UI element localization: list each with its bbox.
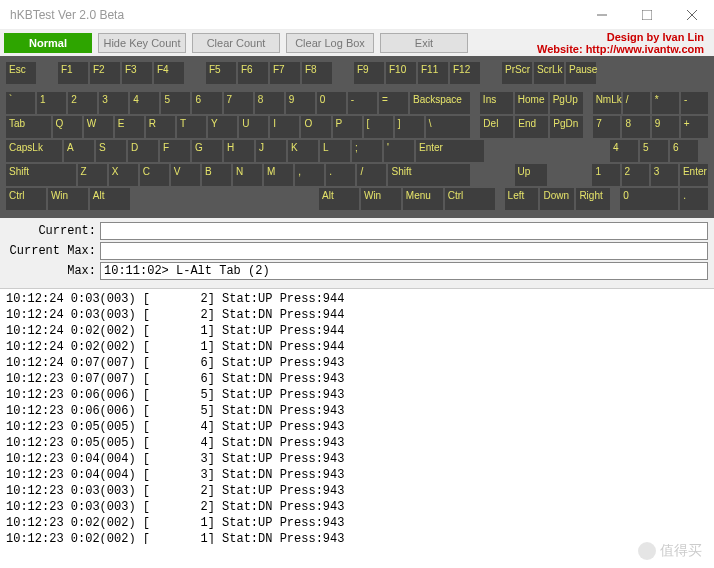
key-f11[interactable]: F11	[418, 62, 448, 84]
key-f[interactable]: F	[160, 140, 190, 162]
key-g[interactable]: G	[192, 140, 222, 162]
key-[interactable]: /	[623, 92, 650, 114]
key-9[interactable]: 9	[286, 92, 315, 114]
key-[interactable]: *	[652, 92, 679, 114]
key-6[interactable]: 6	[670, 140, 698, 162]
key-4[interactable]: 4	[130, 92, 159, 114]
key-alt[interactable]: Alt	[90, 188, 130, 210]
key-scrlk[interactable]: ScrLk	[534, 62, 564, 84]
log-box[interactable]: 10:12:24 0:03(003) [ 2] Stat:UP Press:94…	[0, 288, 714, 544]
key-e[interactable]: E	[115, 116, 144, 138]
key-end[interactable]: End	[515, 116, 548, 138]
key-0[interactable]: 0	[620, 188, 678, 210]
key-[interactable]: -	[348, 92, 377, 114]
key-esc[interactable]: Esc	[6, 62, 36, 84]
key-right[interactable]: Right	[576, 188, 610, 210]
key-f2[interactable]: F2	[90, 62, 120, 84]
key-enter[interactable]: Enter	[680, 164, 708, 186]
current-input[interactable]	[100, 222, 708, 240]
hide-key-count-button[interactable]: Hide Key Count	[98, 33, 186, 53]
key-menu[interactable]: Menu	[403, 188, 443, 210]
key-s[interactable]: S	[96, 140, 126, 162]
key-i[interactable]: I	[270, 116, 299, 138]
key-x[interactable]: X	[109, 164, 138, 186]
key-v[interactable]: V	[171, 164, 200, 186]
key-home[interactable]: Home	[515, 92, 548, 114]
key-h[interactable]: H	[224, 140, 254, 162]
key-up[interactable]: Up	[515, 164, 548, 186]
key-5[interactable]: 5	[161, 92, 190, 114]
key-[interactable]: '	[384, 140, 414, 162]
key-n[interactable]: N	[233, 164, 262, 186]
key-6[interactable]: 6	[192, 92, 221, 114]
key-[interactable]: -	[681, 92, 708, 114]
key-prscr[interactable]: PrScr	[502, 62, 532, 84]
key-enter[interactable]: Enter	[416, 140, 484, 162]
key-k[interactable]: K	[288, 140, 318, 162]
key-3[interactable]: 3	[99, 92, 128, 114]
key-y[interactable]: Y	[208, 116, 237, 138]
key-alt[interactable]: Alt	[319, 188, 359, 210]
close-button[interactable]	[669, 0, 714, 30]
key-[interactable]: /	[357, 164, 386, 186]
key-backspace[interactable]: Backspace	[410, 92, 470, 114]
key-a[interactable]: A	[64, 140, 94, 162]
key-ins[interactable]: Ins	[480, 92, 513, 114]
key-pgup[interactable]: PgUp	[550, 92, 583, 114]
key-1[interactable]: 1	[37, 92, 66, 114]
key-7[interactable]: 7	[593, 116, 620, 138]
key-f7[interactable]: F7	[270, 62, 300, 84]
key-[interactable]: =	[379, 92, 408, 114]
key-8[interactable]: 8	[622, 116, 649, 138]
key-[interactable]: .	[680, 188, 708, 210]
key-q[interactable]: Q	[53, 116, 82, 138]
key-pause[interactable]: Pause	[566, 62, 596, 84]
key-f8[interactable]: F8	[302, 62, 332, 84]
key-2[interactable]: 2	[68, 92, 97, 114]
key-1[interactable]: 1	[592, 164, 619, 186]
minimize-button[interactable]	[579, 0, 624, 30]
key-p[interactable]: P	[333, 116, 362, 138]
key-del[interactable]: Del	[480, 116, 513, 138]
key-tab[interactable]: Tab	[6, 116, 51, 138]
key-c[interactable]: C	[140, 164, 169, 186]
key-5[interactable]: 5	[640, 140, 668, 162]
key-f4[interactable]: F4	[154, 62, 184, 84]
key-z[interactable]: Z	[78, 164, 107, 186]
key-4[interactable]: 4	[610, 140, 638, 162]
maximize-button[interactable]	[624, 0, 669, 30]
key-7[interactable]: 7	[224, 92, 253, 114]
key-[interactable]: ,	[295, 164, 324, 186]
key-j[interactable]: J	[256, 140, 286, 162]
key-f10[interactable]: F10	[386, 62, 416, 84]
key-f1[interactable]: F1	[58, 62, 88, 84]
key-o[interactable]: O	[301, 116, 330, 138]
key-[interactable]: ]	[395, 116, 424, 138]
key-[interactable]: `	[6, 92, 35, 114]
clear-count-button[interactable]: Clear Count	[192, 33, 280, 53]
key-8[interactable]: 8	[255, 92, 284, 114]
key-r[interactable]: R	[146, 116, 175, 138]
key-m[interactable]: M	[264, 164, 293, 186]
key-f9[interactable]: F9	[354, 62, 384, 84]
key-ctrl[interactable]: Ctrl	[6, 188, 46, 210]
key-[interactable]: .	[326, 164, 355, 186]
key-ctrl[interactable]: Ctrl	[445, 188, 495, 210]
key-0[interactable]: 0	[317, 92, 346, 114]
key-9[interactable]: 9	[652, 116, 679, 138]
key-capslk[interactable]: CapsLk	[6, 140, 62, 162]
key-f3[interactable]: F3	[122, 62, 152, 84]
key-f5[interactable]: F5	[206, 62, 236, 84]
key-win[interactable]: Win	[361, 188, 401, 210]
key-t[interactable]: T	[177, 116, 206, 138]
key-f12[interactable]: F12	[450, 62, 480, 84]
normal-button[interactable]: Normal	[4, 33, 92, 53]
key-[interactable]: +	[681, 116, 708, 138]
key-shift[interactable]: Shift	[6, 164, 76, 186]
clear-log-button[interactable]: Clear Log Box	[286, 33, 374, 53]
key-l[interactable]: L	[320, 140, 350, 162]
key-3[interactable]: 3	[651, 164, 678, 186]
key-[interactable]: [	[364, 116, 393, 138]
exit-button[interactable]: Exit	[380, 33, 468, 53]
key-win[interactable]: Win	[48, 188, 88, 210]
